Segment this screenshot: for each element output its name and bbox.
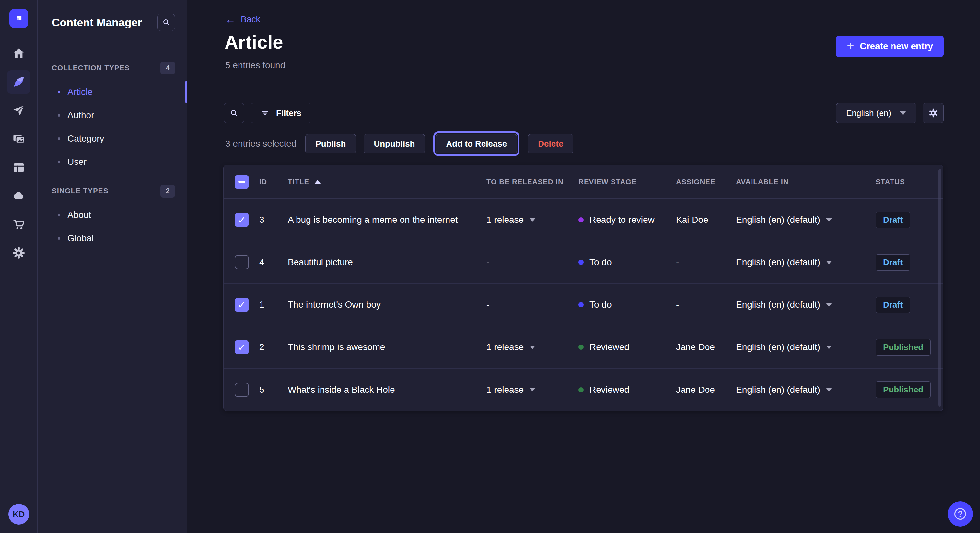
row-locale-label: English (en) (default) <box>736 257 820 268</box>
cell-release-dropdown[interactable]: - <box>487 300 579 310</box>
table-row[interactable]: 1 The internet's Own boy - To do - Engli… <box>224 284 943 326</box>
back-link[interactable]: ← Back <box>225 14 260 25</box>
search-icon <box>162 18 170 27</box>
sidebar-item-label: Category <box>67 133 104 144</box>
sidebar-item-deploy[interactable] <box>7 184 30 208</box>
bullet-icon <box>58 214 60 216</box>
help-button[interactable]: ? <box>948 501 973 527</box>
cell-assignee: - <box>676 257 736 268</box>
content-manager-subnav: Content Manager COLLECTION TYPES 4 Artic… <box>38 0 187 533</box>
section-count-badge: 2 <box>161 185 175 198</box>
page-title: Article <box>224 31 283 53</box>
add-to-release-button[interactable]: Add to Release <box>436 134 517 154</box>
paper-plane-icon <box>12 104 25 117</box>
chevron-down-icon <box>900 111 906 115</box>
cell-release-dropdown[interactable]: - <box>487 257 579 268</box>
cell-id: 5 <box>259 385 288 395</box>
sidebar-item-about[interactable]: About <box>38 203 187 227</box>
publish-button[interactable]: Publish <box>305 134 356 154</box>
cell-available-in[interactable]: English (en) (default) <box>736 215 876 225</box>
cell-available-in[interactable]: English (en) (default) <box>736 342 876 352</box>
cell-release-dropdown[interactable]: 1 release <box>487 215 579 225</box>
sidebar-item-home[interactable] <box>7 42 30 65</box>
subnav-search-button[interactable] <box>158 14 175 31</box>
chevron-down-icon <box>826 218 832 222</box>
cell-review-stage: Ready to review <box>579 215 676 225</box>
stage-label: Reviewed <box>590 342 629 352</box>
section-single-types: SINGLE TYPES 2 About Global <box>38 185 187 250</box>
column-header-title-label: TITLE <box>288 178 309 186</box>
create-new-entry-button[interactable]: + Create new entry <box>836 36 944 57</box>
sidebar-item-author[interactable]: Author <box>38 104 187 127</box>
sidebar-item-content-manager[interactable] <box>7 70 30 94</box>
cell-assignee: Jane Doe <box>676 385 736 395</box>
row-checkbox[interactable] <box>235 213 249 227</box>
sidebar-item-label: Global <box>67 233 94 244</box>
cell-title: The internet's Own boy <box>288 300 487 310</box>
table-row[interactable]: 2 This shrimp is awesome 1 release Revie… <box>224 326 943 368</box>
sidebar-item-article[interactable]: Article <box>38 80 187 104</box>
sidebar-item-global[interactable]: Global <box>38 227 187 250</box>
cell-available-in[interactable]: English (en) (default) <box>736 385 876 395</box>
strapi-logo[interactable] <box>10 9 28 28</box>
avatar[interactable]: KD <box>8 504 29 525</box>
sidebar-item-media-library[interactable] <box>7 127 30 151</box>
column-header-title[interactable]: TITLE <box>288 178 487 186</box>
filters-label: Filters <box>276 108 301 118</box>
cell-release-dropdown[interactable]: 1 release <box>487 385 579 395</box>
cell-id: 2 <box>259 342 288 352</box>
status-badge: Draft <box>876 254 910 271</box>
cell-title: Beautiful picture <box>288 257 487 268</box>
row-checkbox[interactable] <box>235 383 249 397</box>
sidebar-item-user[interactable]: User <box>38 150 187 174</box>
sidebar-item-marketplace[interactable] <box>7 213 30 236</box>
select-all-checkbox[interactable] <box>235 175 249 189</box>
row-locale-label: English (en) (default) <box>736 215 820 225</box>
view-settings-button[interactable] <box>923 103 944 123</box>
column-header-id: ID <box>259 178 288 186</box>
table-row[interactable]: 5 What's inside a Black Hole 1 release R… <box>224 368 943 411</box>
table-row[interactable]: 3 A bug is becoming a meme on the intern… <box>224 199 943 241</box>
column-header-available-in: AVAILABLE IN <box>736 178 876 186</box>
cell-release-dropdown[interactable]: 1 release <box>487 342 579 352</box>
question-mark-icon: ? <box>955 508 966 520</box>
home-icon <box>12 47 25 60</box>
sidebar-item-category[interactable]: Category <box>38 127 187 150</box>
bulk-actions-bar: 3 entries selected Publish Unpublish Add… <box>225 134 573 154</box>
feather-icon <box>12 75 25 89</box>
row-checkbox[interactable] <box>235 255 249 270</box>
bullet-icon <box>58 160 60 163</box>
release-label: 1 release <box>487 385 524 395</box>
create-new-entry-label: Create new entry <box>860 41 933 51</box>
gear-icon <box>928 108 939 118</box>
status-badge: Published <box>876 339 931 355</box>
status-badge: Draft <box>876 212 910 228</box>
cell-available-in[interactable]: English (en) (default) <box>736 300 876 310</box>
stage-label: To do <box>590 300 612 310</box>
unpublish-button[interactable]: Unpublish <box>364 134 425 154</box>
table-row[interactable]: 4 Beautiful picture - To do - English (e… <box>224 241 943 284</box>
sidebar-item-releases[interactable] <box>7 99 30 122</box>
filters-button[interactable]: Filters <box>250 103 312 123</box>
locale-label: English (en) <box>846 108 891 118</box>
search-icon <box>229 108 239 117</box>
chevron-down-icon <box>530 346 535 349</box>
sidebar-item-settings[interactable] <box>7 241 30 265</box>
row-locale-label: English (en) (default) <box>736 342 820 352</box>
section-label: COLLECTION TYPES <box>52 64 130 72</box>
row-checkbox[interactable] <box>235 340 249 354</box>
sort-ascending-icon <box>314 180 321 184</box>
images-icon <box>12 132 25 146</box>
table-scrollbar[interactable] <box>938 169 942 407</box>
row-checkbox[interactable] <box>235 298 249 312</box>
delete-button[interactable]: Delete <box>528 134 573 154</box>
stage-dot-icon <box>579 260 584 265</box>
sidebar-item-content-type-builder[interactable] <box>7 156 30 179</box>
search-button[interactable] <box>224 103 244 123</box>
locale-select[interactable]: English (en) <box>836 103 916 123</box>
layout-icon <box>12 160 25 174</box>
release-label: 1 release <box>487 342 524 352</box>
list-toolbar: Filters English (en) <box>224 103 944 123</box>
table-body: 3 A bug is becoming a meme on the intern… <box>224 199 943 411</box>
cell-available-in[interactable]: English (en) (default) <box>736 257 876 268</box>
